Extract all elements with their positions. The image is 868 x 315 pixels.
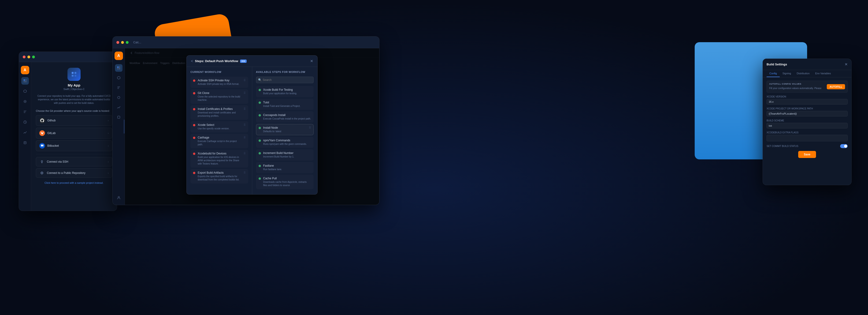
- autofill-button[interactable]: AUTOFILL: [827, 84, 845, 89]
- ssh-connect-option[interactable]: Connect via SSH ›: [36, 157, 112, 166]
- gitlab-logo: [39, 130, 45, 136]
- search-input[interactable]: [256, 77, 314, 83]
- github-logo: [39, 118, 45, 123]
- drag-handle[interactable]: ⠿: [244, 107, 246, 111]
- xcode-version-input[interactable]: 16.x: [767, 99, 848, 105]
- svg-rect-19: [118, 116, 120, 118]
- sidebar-icon-2[interactable]: [21, 87, 29, 95]
- github-name: Github: [47, 119, 56, 122]
- tab-signing[interactable]: Signing: [780, 70, 794, 77]
- sidebar-m-icon-2[interactable]: [115, 74, 123, 82]
- build-settings-close-button[interactable]: ✕: [844, 62, 848, 66]
- install-node-drop-target: Install Node Defaults to: latest ⠿ Git C…: [256, 124, 314, 135]
- drag-handle[interactable]: ⠿: [244, 91, 246, 95]
- public-repo-icon: [39, 170, 44, 176]
- available-step-increment: Increment Build Number Increment Build N…: [256, 149, 314, 161]
- available-step-name: Cache Pull: [263, 177, 311, 180]
- middle-window-subtitle: Calc...: [133, 41, 141, 44]
- sidebar-icon-6[interactable]: [21, 129, 29, 136]
- maximize-traffic-light[interactable]: [32, 56, 35, 58]
- drag-handle[interactable]: ⠿: [244, 136, 246, 139]
- autofill-desc: Fill your configuration values automatic…: [769, 87, 822, 89]
- available-step-dot: [258, 114, 261, 116]
- sidebar-icon-1[interactable]: [21, 77, 29, 85]
- available-step-npm: npm/Yarn Commands Runs npm/yarn with the…: [256, 137, 314, 148]
- build-settings-form: AUTOFILL CONFIG VALUES Fill your configu…: [763, 77, 851, 161]
- drag-handle[interactable]: ⠿: [244, 79, 246, 82]
- sidebar-icon-4[interactable]: [21, 108, 29, 116]
- step-desc: Exports the specified build artifacts fo…: [198, 175, 241, 181]
- svg-rect-10: [72, 75, 73, 77]
- sidebar-drag-handle[interactable]: [124, 119, 125, 134]
- step-export-artifacts: Export Build Artifacts Exports the speci…: [190, 169, 248, 183]
- sample-project-link[interactable]: Click here to proceed with a sample proj…: [36, 181, 112, 184]
- step-name: Activate SSH Private Key: [198, 79, 241, 82]
- ssh-icon: [39, 159, 44, 164]
- available-step-info: Fastlane Run fastlane lane.: [263, 164, 311, 171]
- available-step-dot: [258, 139, 261, 142]
- sidebar-icon-7[interactable]: [21, 139, 29, 146]
- step-name: Install Certificates & Profiles: [198, 107, 241, 111]
- sidebar-m-icon-7[interactable]: [115, 194, 123, 202]
- commit-status-toggle[interactable]: [840, 144, 848, 148]
- minimize-traffic-light-mid[interactable]: [121, 41, 124, 44]
- public-repo-name: Connect to a Public Repository: [47, 171, 86, 175]
- available-step-tuist: Tuist Install Tuist and Generate a Proje…: [256, 99, 314, 110]
- available-step-dot: [258, 177, 261, 180]
- title-bar-middle: Calc...: [113, 36, 379, 48]
- sidebar-middle: A: [113, 48, 125, 205]
- sidebar-m-icon-6[interactable]: [115, 113, 123, 121]
- sidebar-icon-5[interactable]: [21, 118, 29, 126]
- drag-handle[interactable]: ⠿: [244, 152, 246, 155]
- step-desc: Build your application for iOS devices i…: [198, 155, 241, 166]
- sidebar-m-icon-5[interactable]: [115, 104, 123, 111]
- autofill-label: AUTOFILL CONFIG VALUES: [769, 83, 822, 85]
- available-step-name: Increment Build Number: [263, 151, 311, 155]
- available-step-name: Install Node: [263, 126, 307, 130]
- build-scheme-input[interactable]: ius: [767, 123, 848, 128]
- xcode-project-input[interactable]: {{TeamAhFruPLscalent}}: [767, 111, 848, 116]
- svg-rect-15: [119, 66, 120, 68]
- step-desc: Execute Carthage script in the project p…: [198, 140, 241, 146]
- svg-rect-9: [74, 72, 76, 74]
- extra-flags-input[interactable]: [767, 135, 848, 141]
- drag-handle[interactable]: ⠿: [244, 123, 246, 126]
- tab-config[interactable]: Config: [767, 70, 780, 77]
- maximize-traffic-light-mid[interactable]: [126, 41, 129, 44]
- sidebar-m-icon-1[interactable]: [115, 64, 123, 72]
- available-step-dot: [258, 165, 261, 167]
- minimize-traffic-light[interactable]: [27, 56, 30, 58]
- step-desc: Activate SSH private key in RSA format.: [198, 83, 241, 86]
- drag-handle[interactable]: ⠿: [244, 171, 246, 174]
- modal-back-button[interactable]: <: [191, 59, 193, 63]
- xcode-project-field: XCODE PROJECT OR WORKSPACE PATH {{TeamAh…: [767, 107, 848, 116]
- step-info: Carthage Execute Carthage script in the …: [198, 136, 241, 146]
- public-repo-option[interactable]: Connect to a Public Repository ›: [36, 168, 112, 178]
- sidebar-m-icon-3[interactable]: [115, 84, 123, 91]
- step-info: Export Build Artifacts Exports the speci…: [198, 171, 241, 181]
- step-info: Git Clone Clone the selected repository …: [198, 91, 241, 102]
- bitbucket-chevron: ›: [108, 144, 109, 147]
- step-desc: Download and install certificates and pr…: [198, 111, 241, 118]
- available-step-desc: Run fastlane lane.: [263, 168, 311, 171]
- github-option[interactable]: Github ›: [36, 115, 112, 126]
- bitbucket-option[interactable]: Bitbucket ›: [36, 140, 112, 151]
- step-status-dot: [193, 92, 195, 94]
- available-step-desc: Build your application for testing.: [263, 92, 311, 95]
- modal-close-button[interactable]: ✕: [310, 59, 313, 63]
- tab-distribution[interactable]: Distribution: [794, 70, 812, 77]
- step-info: Xcode Select Use the specify xcode versi…: [198, 123, 241, 130]
- sidebar-icon-3[interactable]: [21, 98, 29, 105]
- xcode-project-label: XCODE PROJECT OR WORKSPACE PATH: [767, 107, 848, 110]
- drag-handle[interactable]: ⠿: [309, 126, 311, 130]
- tab-env-variables[interactable]: Env Variables: [812, 70, 834, 77]
- save-button[interactable]: Save: [798, 151, 816, 158]
- close-traffic-light-mid[interactable]: [116, 41, 119, 44]
- gitlab-option[interactable]: GitLab ›: [36, 128, 112, 139]
- svg-rect-11: [74, 75, 76, 77]
- current-workflow-header: Current Workflow: [190, 70, 248, 74]
- app-name: My App: [36, 83, 112, 87]
- close-traffic-light[interactable]: [23, 56, 26, 58]
- sidebar-m-icon-4[interactable]: [115, 94, 123, 101]
- available-step-desc: Defaults to: latest: [263, 130, 307, 133]
